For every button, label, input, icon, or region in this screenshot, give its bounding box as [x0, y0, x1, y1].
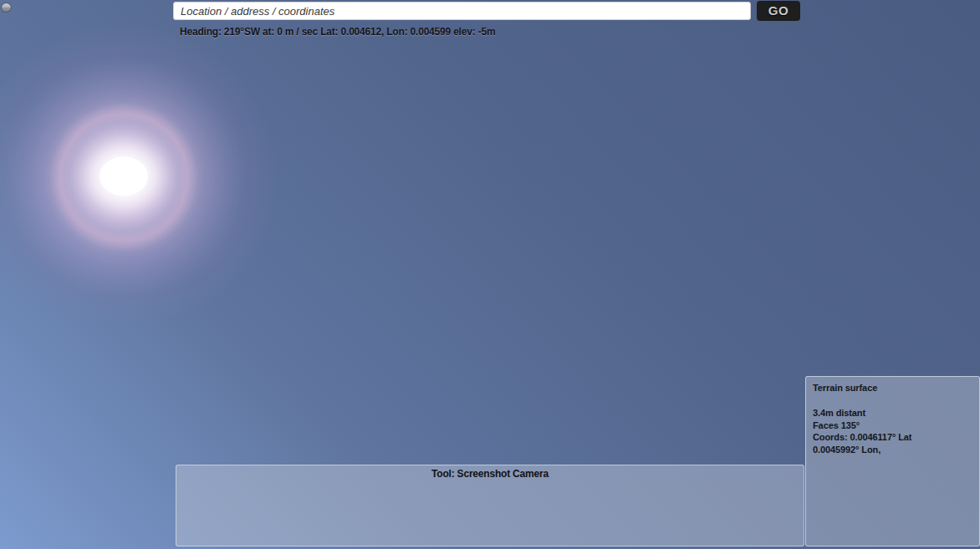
- menu-orb-icon[interactable]: [1, 3, 12, 13]
- heading-status-text: Heading: 219°SW at: 0 m / sec Lat: 0.004…: [180, 26, 495, 38]
- go-button[interactable]: GO: [757, 1, 800, 21]
- sun-glow: [0, 0, 316, 369]
- tool-panel: Tool: Screenshot Camera: [176, 465, 804, 546]
- terrain-panel-title: Terrain surface: [813, 383, 972, 393]
- tool-name-text: Tool: Screenshot Camera: [176, 468, 804, 480]
- terrain-faces-text: Faces 135°: [813, 419, 972, 432]
- search-input[interactable]: [173, 2, 751, 20]
- sun-icon: [100, 157, 148, 196]
- terrain-coords-lon-text: 0.0045992° Lon,: [813, 444, 972, 456]
- terrain-info-panel: Terrain surface 3.4m distant Faces 135° …: [805, 376, 980, 546]
- terrain-coords-lat-text: Coords: 0.0046117° Lat: [813, 431, 972, 444]
- terrain-distance-text: 3.4m distant: [813, 407, 972, 419]
- sun-halo-ring: [44, 98, 203, 257]
